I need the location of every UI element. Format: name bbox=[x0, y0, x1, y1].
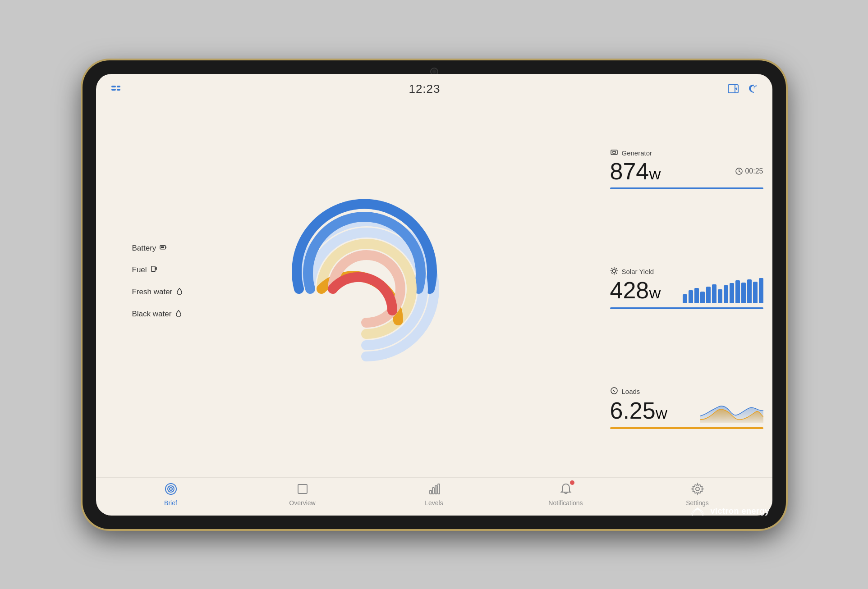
bar-8 bbox=[724, 285, 728, 303]
svg-text:Z: Z bbox=[755, 85, 757, 87]
svg-rect-15 bbox=[613, 151, 615, 153]
loads-bar-divider bbox=[610, 427, 763, 429]
svg-rect-33 bbox=[435, 486, 437, 494]
main-content: Battery Fuel bbox=[96, 100, 772, 477]
generator-value-wrap: 874W bbox=[610, 160, 661, 183]
generator-icon bbox=[610, 148, 618, 158]
bar-6 bbox=[712, 284, 716, 303]
bottom-nav: Brief Overview bbox=[96, 477, 772, 516]
loads-label: Loads bbox=[622, 388, 640, 395]
nav-levels-label: Levels bbox=[425, 499, 443, 507]
battery-label: Battery bbox=[132, 243, 184, 252]
generator-label: Generator bbox=[622, 149, 652, 157]
bar-2 bbox=[689, 290, 693, 303]
settings-icon bbox=[691, 482, 704, 496]
bar-9 bbox=[730, 283, 734, 303]
nav-levels[interactable]: Levels bbox=[414, 482, 455, 507]
bar-14 bbox=[759, 278, 763, 303]
blackwater-icon bbox=[175, 309, 182, 319]
menu-icon[interactable] bbox=[110, 82, 122, 95]
battery-icon bbox=[160, 244, 167, 252]
generator-bar bbox=[610, 187, 763, 189]
brief-icon-wrap bbox=[164, 482, 178, 498]
blackwater-text: Black water bbox=[132, 310, 172, 319]
nav-notifications[interactable]: Notifications bbox=[546, 482, 586, 507]
nav-settings[interactable]: Settings bbox=[677, 482, 718, 507]
svg-point-35 bbox=[696, 487, 699, 491]
settings-icon-wrap bbox=[691, 482, 704, 498]
bar-11 bbox=[741, 283, 746, 303]
solar-value: 428 bbox=[610, 277, 649, 303]
loads-value: 6.25 bbox=[610, 397, 656, 424]
svg-rect-34 bbox=[438, 484, 440, 494]
svg-rect-1 bbox=[111, 89, 116, 91]
bar-10 bbox=[735, 280, 740, 303]
solar-label: Solar Yield bbox=[622, 268, 654, 275]
bar-1 bbox=[683, 294, 687, 303]
loads-title: Loads bbox=[610, 387, 763, 396]
device-frame: 12:23 Z Z bbox=[83, 60, 786, 529]
svg-point-28 bbox=[168, 486, 174, 492]
svg-rect-32 bbox=[432, 488, 434, 494]
svg-rect-9 bbox=[165, 247, 166, 248]
loads-area-chart bbox=[700, 398, 763, 423]
svg-line-25 bbox=[611, 273, 612, 274]
generator-time: 00:25 bbox=[735, 167, 763, 175]
levels-icon-wrap bbox=[427, 482, 441, 498]
branding: victron energy bbox=[689, 505, 769, 518]
generator-row: 874W 00:25 bbox=[610, 160, 763, 183]
generator-value: 874 bbox=[610, 158, 649, 184]
svg-line-22 bbox=[611, 268, 612, 269]
header-right: Z Z bbox=[727, 82, 758, 95]
nav-overview[interactable]: Overview bbox=[282, 482, 323, 507]
overview-icon-wrap bbox=[296, 482, 309, 498]
header-left bbox=[110, 82, 122, 95]
battery-text: Battery bbox=[132, 243, 156, 252]
freshwater-text: Fresh water bbox=[132, 288, 173, 297]
svg-rect-31 bbox=[430, 490, 432, 494]
generator-time-value: 00:25 bbox=[745, 167, 763, 175]
generator-unit: W bbox=[649, 168, 661, 182]
svg-line-24 bbox=[616, 268, 617, 269]
bar-13 bbox=[753, 282, 758, 303]
svg-point-27 bbox=[165, 484, 176, 494]
solar-card: Solar Yield 428W bbox=[610, 267, 763, 309]
bar-7 bbox=[718, 289, 722, 303]
solar-unit: W bbox=[649, 287, 661, 301]
gauge-labels: Battery Fuel bbox=[132, 243, 184, 319]
solar-value-wrap: 428W bbox=[610, 279, 661, 302]
overview-icon bbox=[296, 482, 309, 496]
svg-point-29 bbox=[170, 488, 172, 490]
sidebar-collapse-icon[interactable] bbox=[727, 82, 739, 95]
generator-title: Generator bbox=[610, 148, 763, 158]
svg-rect-10 bbox=[161, 247, 164, 248]
brand-name: victron energy bbox=[710, 507, 769, 516]
screen: 12:23 Z Z bbox=[96, 74, 772, 516]
gauge-arcs bbox=[272, 194, 461, 384]
bar-12 bbox=[747, 279, 752, 303]
fuel-text: Fuel bbox=[132, 265, 147, 274]
loads-card: Loads 6.25W bbox=[610, 387, 763, 429]
solar-row: 428W bbox=[610, 278, 763, 303]
nav-brief-label: Brief bbox=[164, 499, 177, 507]
svg-rect-0 bbox=[111, 86, 116, 87]
svg-rect-11 bbox=[152, 266, 155, 271]
victron-logo bbox=[689, 505, 707, 518]
freshwater-label: Fresh water bbox=[132, 287, 184, 297]
svg-rect-4 bbox=[728, 85, 738, 93]
stats-panel: Generator 874W 00:25 bbox=[601, 105, 763, 473]
nav-notifications-label: Notifications bbox=[548, 499, 583, 507]
sleep-icon[interactable]: Z Z bbox=[746, 82, 758, 95]
fuel-icon bbox=[151, 265, 158, 274]
nav-overview-label: Overview bbox=[289, 499, 315, 507]
loads-icon bbox=[610, 387, 618, 396]
solar-icon bbox=[610, 267, 618, 276]
loads-value-wrap: 6.25W bbox=[610, 399, 668, 422]
solar-title: Solar Yield bbox=[610, 267, 763, 276]
brief-icon bbox=[164, 482, 178, 496]
loads-unit: W bbox=[656, 407, 667, 421]
clock: 12:23 bbox=[409, 82, 440, 96]
header: 12:23 Z Z bbox=[96, 74, 772, 100]
notifications-badge bbox=[570, 480, 574, 485]
nav-brief[interactable]: Brief bbox=[151, 482, 191, 507]
